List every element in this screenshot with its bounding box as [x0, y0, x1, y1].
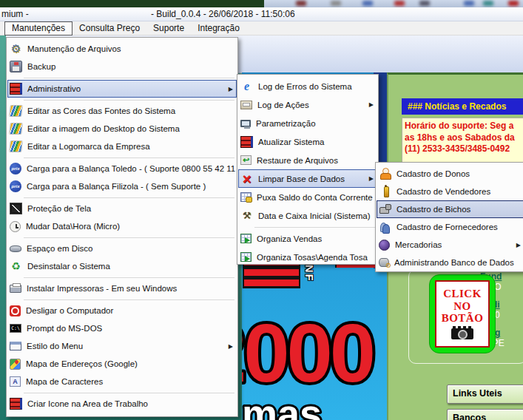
tools-icon: [240, 210, 253, 222]
window-title-fragment: mium -: [1, 9, 29, 19]
submenu-arrow-icon: [363, 101, 374, 108]
menu-item-mudar-data-hora[interactable]: Mudar Data\Hora (Micro): [7, 217, 237, 235]
click-button-label: BOTÃO: [442, 313, 484, 325]
svg-text:mas: mas: [242, 391, 322, 420]
restore-arrow-icon: [240, 155, 252, 165]
desktop-smudge: [331, 1, 341, 6]
database-gear-icon: [379, 258, 389, 267]
menu-item-mapa-de-caracteres[interactable]: Mapa de Caracteres: [7, 373, 237, 390]
menu-item-organiza-vendas[interactable]: Organiza Vendas: [238, 229, 377, 248]
menu-item-log-de-acoes[interactable]: Log de Ações: [238, 95, 377, 114]
menu-item-mercadorias[interactable]: Mercadorias: [377, 236, 523, 254]
table-hand-icon: [240, 192, 252, 202]
submenu-arrow-icon: [510, 242, 521, 248]
printer-icon: [10, 285, 21, 293]
menu-item-editar-imagem-desktop[interactable]: Editar a imagem do Desktop do Sistema: [7, 120, 237, 138]
system-red-icon: [240, 136, 253, 148]
support-hours-line: Horário do suporte: Seg a: [405, 121, 523, 132]
disk-space-icon: [10, 245, 21, 252]
menu-item-protecao-de-tela[interactable]: Proteção de Tela: [7, 200, 237, 217]
table-green-icon: [240, 234, 252, 243]
menu-item-carga-balanca-toledo[interactable]: prix Carga para a Balança Toledo - ( Sup…: [7, 160, 237, 177]
menu-item-desligar-computador[interactable]: Desligar o Computador: [7, 302, 237, 319]
photo-click-button[interactable]: CLICK NO BOTÃO: [429, 274, 496, 353]
menu-item-mapa-enderecos-google[interactable]: Mapa de Endereços (Google): [7, 355, 237, 373]
desktop-strip: [0, 0, 523, 7]
menu-item-criar-icone-area-trabalho[interactable]: Criar Icone na Area de Trabalho: [7, 395, 237, 413]
menu-item-log-de-erros[interactable]: Log de Erros do Sistema: [238, 77, 377, 95]
menu-manutencoes: Manutenção de Arquivos Backup Administra…: [6, 37, 238, 417]
red-x-icon: [240, 173, 253, 185]
desktop-smudge: [394, 1, 405, 6]
menu-style-icon: [10, 342, 21, 350]
bancos-button[interactable]: Bancos: [447, 409, 523, 420]
menu-item-cadastro-de-vendedores[interactable]: Cadastro de Vendedores: [377, 183, 523, 200]
yarn-ball-icon: [379, 240, 390, 251]
menu-item-espaco-em-disco[interactable]: Espaço em Disco: [7, 240, 237, 257]
desktop-smudge: [508, 1, 519, 6]
menu-item-cadastro-de-donos[interactable]: Cadastro de Donos: [377, 165, 523, 183]
menu-item-parametrizacao[interactable]: Parametrização: [238, 114, 377, 132]
prix-balance-icon: prix: [10, 180, 21, 192]
clock-icon: [10, 221, 21, 232]
menu-item-limpar-base-de-dados[interactable]: Limpar Base de Dados: [238, 169, 377, 188]
menu-item-administrando-banco-de-dados[interactable]: Administrando Banco de Dados: [377, 254, 523, 271]
menu-bar: Manutenções Consulta Preço Suporte Integ…: [0, 21, 523, 35]
links-uteis-button[interactable]: Links Uteis: [447, 385, 523, 404]
menu-item-desinstalar-sistema[interactable]: Desinstalar o Sistema: [7, 257, 237, 275]
logo-vertical-text: INF: [295, 263, 314, 315]
menu-item-cadastro-de-bichos[interactable]: Cadastro de Bichos: [377, 200, 523, 218]
svg-text:2000: 2000: [242, 311, 373, 399]
menu-item-manutencao-de-arquivos[interactable]: Manutenção de Arquivos: [7, 40, 237, 58]
menubar-item-suporte[interactable]: Suporte: [146, 22, 191, 35]
recycle-bin-icon: [10, 260, 22, 272]
menu-item-organiza-tosas[interactable]: Organiza Tosas\Agenda Tosa: [238, 248, 377, 266]
desktop-smudge: [483, 1, 493, 6]
submenu-arrow-icon: [363, 175, 374, 182]
log-device-icon: [240, 101, 252, 109]
support-hours-box: Horário do suporte: Seg a as 18hs e aos …: [402, 118, 523, 163]
dos-prompt-icon: C:\: [10, 324, 21, 333]
menu-item-editar-cores-fontes[interactable]: Editar as Cores das Fontes do Sistema: [7, 102, 237, 120]
submenu-arrow-icon: [223, 86, 233, 92]
table-green-icon: [240, 252, 252, 262]
desktop-smudge: [362, 1, 373, 6]
paint-icon: [9, 140, 23, 152]
suppliers-people-icon: [379, 221, 391, 233]
google-maps-icon: [10, 359, 21, 370]
support-hours-line: as 18hs e aos Sabados da: [405, 132, 523, 144]
submenu-limpar-base-de-dados: Cadastro de Donos Cadastro de Vendedores…: [375, 162, 523, 272]
news-banner: ### Notícias e Recados: [402, 98, 523, 115]
menu-item-prompt-ms-dos[interactable]: C:\ Prompt do MS-DOS: [7, 319, 237, 337]
menu-item-data-e-caixa-inicial[interactable]: Data e Caixa Inicial (Sistema): [238, 206, 377, 225]
title-bar: mium - - Build_0.0.4 - 26/06/2018 - 11:5…: [0, 7, 523, 21]
menu-item-backup[interactable]: Backup: [7, 58, 237, 75]
paint-icon: [9, 123, 23, 135]
menu-item-estilo-do-menu[interactable]: Estilo do Menu: [7, 337, 237, 355]
menubar-item-consulta-preco[interactable]: Consulta Preço: [72, 22, 146, 35]
logo-mas-text: mas: [242, 389, 387, 420]
menu-item-restaure-de-arquivos[interactable]: Restaure de Arquivos: [238, 151, 377, 169]
menu-item-carga-balanca-filizola[interactable]: prix Carga para a Balança Filizola - ( S…: [7, 177, 237, 195]
menu-item-administrativo[interactable]: Administrativo: [7, 80, 237, 98]
menu-item-editar-logomarca[interactable]: Editar a Logomarca da Empresa: [7, 138, 237, 155]
menu-item-atualizar-sistema[interactable]: Atualizar Sistema: [238, 132, 377, 151]
character-map-icon: [10, 376, 21, 387]
menu-item-cadastro-de-fornecedores[interactable]: Cadastro de Fornecedores: [377, 218, 523, 236]
window-title-build: - Build_0.0.4 - 26/06/2018 - 11:50:06: [151, 9, 295, 19]
support-phone: (11) 2533-3435/3485-0492: [405, 143, 523, 155]
computer-icon: [240, 120, 251, 127]
desktop-smudge: [419, 1, 430, 6]
desktop-smudge: [464, 1, 474, 6]
menu-item-instalar-impressoras[interactable]: Instalar Impressoras - Em seu Windows: [7, 280, 237, 297]
menu-item-puxa-saldo-conta-corrente[interactable]: Puxa Saldo do Conta Corrente: [238, 188, 377, 206]
click-button-label: NO: [453, 301, 471, 313]
owner-person-icon: [379, 168, 391, 180]
dog-icon: [379, 203, 391, 215]
photo-click-button-face: CLICK NO BOTÃO: [435, 280, 490, 348]
menubar-item-integracao[interactable]: Integração: [191, 22, 246, 35]
screen-protection-icon: [10, 203, 22, 214]
gears-icon: [10, 43, 22, 55]
menubar-item-manutencoes[interactable]: Manutenções: [4, 21, 72, 35]
app-window: mium - - Build_0.0.4 - 26/06/2018 - 11:5…: [0, 0, 523, 420]
